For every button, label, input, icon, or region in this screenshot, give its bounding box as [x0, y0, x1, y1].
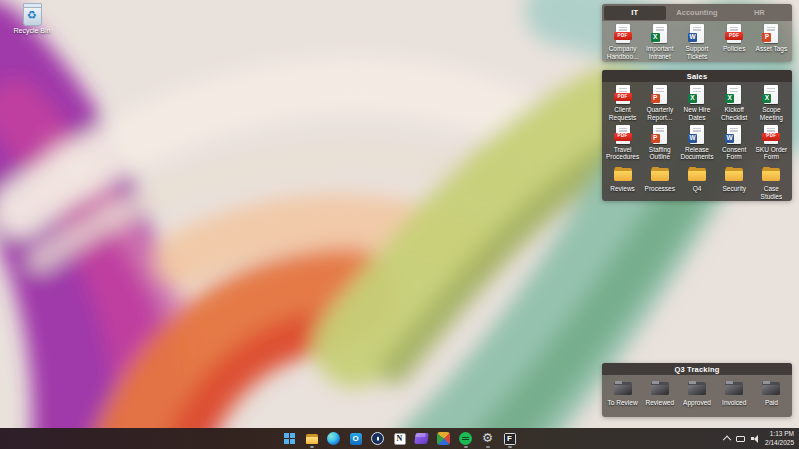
tray-clock[interactable]: 1:13 PM 2/14/2025	[765, 430, 794, 448]
taskbar-outlook[interactable]: O	[347, 429, 365, 448]
fence-item-label: Case Studies	[753, 185, 789, 201]
taskbar-fences-app[interactable]: F	[501, 429, 519, 448]
fence-item-label: Asset Tags	[756, 45, 788, 53]
fence-item[interactable]: PDF Company Handboo...	[604, 24, 641, 62]
fence-item[interactable]: Reviewed	[641, 378, 678, 407]
fence-item[interactable]: W Release Documents	[678, 125, 715, 162]
fence-item-label: Scope Meeting	[753, 106, 789, 122]
fence-tab[interactable]: HR	[728, 6, 790, 20]
fence-tab[interactable]: IT	[604, 6, 666, 20]
pdf-icon: PDF	[613, 85, 633, 105]
fence-item[interactable]: P Staffing Outline	[641, 125, 678, 162]
fence-tab-label: HR	[754, 8, 765, 17]
fence-item[interactable]: PDF Travel Procedures	[604, 125, 641, 162]
start-icon	[283, 432, 297, 446]
recycle-bin-icon: ♻	[23, 4, 42, 26]
pdf-icon: PDF	[613, 125, 633, 145]
taskbar-pinwheel-app[interactable]	[435, 429, 453, 448]
fence-item[interactable]: Q4	[678, 164, 715, 201]
excel-icon: X	[650, 24, 670, 44]
fence-sales: Sales PDF Client Requests P Quarterly Re…	[602, 70, 792, 201]
fence-item[interactable]: X Scope Meeting	[753, 85, 790, 122]
folderdark-icon	[687, 378, 707, 398]
excel-icon: X	[761, 85, 781, 105]
folderdark-icon	[761, 378, 781, 398]
taskbar-1password[interactable]	[369, 429, 387, 448]
folderdark-icon	[724, 378, 744, 398]
notion-icon: N	[394, 433, 406, 445]
taskbar-start-button[interactable]	[281, 429, 299, 448]
taskbar-file-explorer[interactable]	[303, 429, 321, 448]
fence-item[interactable]: X Kickoff Checklist	[716, 85, 753, 122]
fence-item[interactable]: PDF Policies	[716, 24, 753, 62]
recycle-symbol-icon: ♻	[27, 10, 37, 21]
ppt-icon: P	[761, 24, 781, 44]
folder-icon	[761, 164, 781, 184]
fence-q3-title[interactable]: Q3 Tracking	[602, 363, 792, 375]
volume-icon[interactable]	[751, 435, 759, 443]
wallet-icon	[414, 433, 428, 444]
fence-sales-title[interactable]: Sales	[602, 70, 792, 82]
fence-it-items: PDF Company Handboo... X Important Intra…	[602, 21, 792, 62]
folder-icon	[650, 164, 670, 184]
fence-item-label: Reviewed	[646, 399, 675, 407]
fence-item-label: Approved	[683, 399, 711, 407]
tray-chevron-up-icon[interactable]	[723, 435, 731, 443]
fence-q3: Q3 Tracking To Review Reviewed Approved …	[602, 363, 792, 417]
fence-tab[interactable]: Accounting	[666, 6, 728, 20]
taskbar-notion[interactable]: N	[391, 429, 409, 448]
fence-item[interactable]: PDF SKU Order Form	[753, 125, 790, 162]
spotify-icon	[459, 432, 472, 445]
fence-item[interactable]: W Consent Form	[716, 125, 753, 162]
pdf-icon: PDF	[761, 125, 781, 145]
fence-item-label: Reviews	[610, 185, 635, 193]
fence-item-label: Kickoff Checklist	[716, 106, 752, 122]
taskbar-edge-browser[interactable]	[325, 429, 343, 448]
taskbar-wallet-app[interactable]	[413, 429, 431, 448]
fence-item-label: Support Tickets	[679, 45, 715, 61]
outlook-icon: O	[350, 433, 362, 445]
fence-item-label: Quarterly Report...	[642, 106, 678, 122]
fence-item[interactable]: P Quarterly Report...	[641, 85, 678, 122]
fence-item-label: Staffing Outline	[642, 146, 678, 162]
taskbar-spotify[interactable]	[457, 429, 475, 448]
fence-item-label: New Hire Dates	[679, 106, 715, 122]
desktop: ♻ Recycle Bin IT Accounting HR PDF Compa…	[0, 0, 799, 449]
fence-item[interactable]: Security	[716, 164, 753, 201]
ppt-icon: P	[650, 125, 670, 145]
fence-item[interactable]: X Important Intranet Links	[641, 24, 678, 62]
fence-item[interactable]: PDF Client Requests	[604, 85, 641, 122]
folderdark-icon	[650, 378, 670, 398]
fence-item-label: Processes	[645, 185, 675, 193]
fence-it: IT Accounting HR PDF Company Handboo... …	[602, 4, 792, 62]
fence-item[interactable]: W Support Tickets	[678, 24, 715, 62]
fence-item[interactable]: Processes	[641, 164, 678, 201]
fence-tab-label: IT	[631, 8, 638, 17]
fence-item-label: Client Requests	[605, 106, 641, 122]
fence-item[interactable]: Invoiced	[716, 378, 753, 407]
fence-item[interactable]: Reviews	[604, 164, 641, 201]
fence-item-label: Release Documents	[679, 146, 715, 162]
fence-item[interactable]: Case Studies	[753, 164, 790, 201]
fence-item-label: Invoiced	[722, 399, 746, 407]
pinwheel-icon	[437, 432, 450, 445]
fence-item[interactable]: Paid	[753, 378, 790, 407]
system-tray: 1:13 PM 2/14/2025	[725, 428, 794, 449]
fence-item-label: Paid	[765, 399, 778, 407]
fence-item[interactable]: Approved	[678, 378, 715, 407]
excel-icon: X	[687, 85, 707, 105]
fence-item[interactable]: To Review	[604, 378, 641, 407]
word-icon: W	[687, 125, 707, 145]
fence-item-label: To Review	[608, 399, 638, 407]
tray-time: 1:13 PM	[765, 430, 794, 439]
fence-item-label: Policies	[723, 45, 745, 53]
fence-tab-label: Accounting	[676, 8, 717, 17]
fence-item[interactable]: P Asset Tags	[753, 24, 790, 62]
network-icon[interactable]	[736, 436, 745, 442]
fence-item-label: Security	[722, 185, 745, 193]
recycle-bin[interactable]: ♻ Recycle Bin	[8, 4, 56, 34]
taskbar-settings[interactable]: ⚙	[479, 429, 497, 448]
fence-item[interactable]: X New Hire Dates	[678, 85, 715, 122]
fence-item-label: SKU Order Form	[753, 146, 789, 162]
fence-it-tabs[interactable]: IT Accounting HR	[602, 4, 792, 21]
